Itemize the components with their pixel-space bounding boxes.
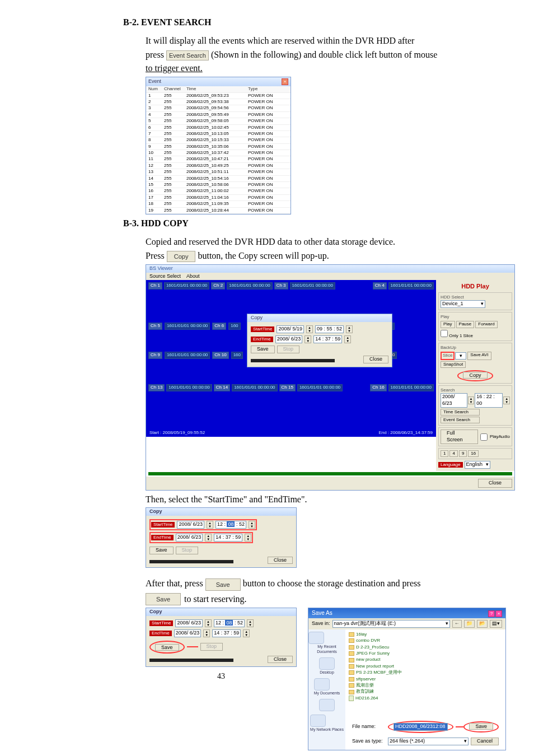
bs-progress-track[interactable]: [148, 472, 512, 475]
folder-list[interactable]: 16laycombo DVRD 2-23_ProSecuJPEG For Sun…: [349, 632, 502, 701]
folder-item[interactable]: JPEG For Sunny: [349, 651, 502, 656]
network-icon[interactable]: [310, 715, 326, 727]
c2-save-button[interactable]: Save: [149, 547, 174, 554]
copy-close-button[interactable]: Close: [363, 356, 388, 363]
place-recent[interactable]: My Recent Documents: [317, 645, 336, 654]
chip-ch15[interactable]: Ch 15: [279, 384, 296, 391]
snapshot-button[interactable]: SnapShot: [441, 361, 466, 368]
event-row[interactable]: 192552008/02/25_10:28:44POWER ON: [146, 208, 291, 214]
chip-ch13[interactable]: Ch 13: [148, 384, 165, 391]
bs-close-button[interactable]: Close: [478, 479, 512, 488]
spinner-icon[interactable]: ▲▼: [205, 619, 212, 627]
playaudio-checkbox[interactable]: [480, 433, 488, 441]
grid-1-button[interactable]: 1: [441, 450, 448, 457]
folder-item[interactable]: 教育訓練: [349, 689, 502, 694]
spinner-icon[interactable]: ▲▼: [306, 325, 313, 333]
menu-source-select[interactable]: Source Select: [149, 273, 181, 280]
slice-dropdown[interactable]: ▾: [455, 352, 466, 360]
spinner-icon[interactable]: ▲▼: [346, 325, 353, 333]
event-row[interactable]: 52552008/02/25_09:58:05POWER ON: [146, 118, 291, 124]
spinner-icon[interactable]: ▲▼: [207, 521, 213, 529]
event-row[interactable]: 102552008/02/25_10:37:42POWER ON: [146, 150, 291, 156]
back-icon[interactable]: ←: [452, 620, 462, 628]
event-search-button[interactable]: Event Search: [166, 50, 209, 60]
folder-item[interactable]: sftpserver: [349, 676, 502, 682]
event-row[interactable]: 92552008/02/25_10:35:06POWER ON: [146, 144, 291, 150]
event-row[interactable]: 12552008/02/25_09:53:23POWER ON: [146, 93, 291, 99]
recent-icon[interactable]: [308, 632, 324, 644]
c3-start-time[interactable]: 12 : 08 : 52: [214, 619, 245, 627]
search-date[interactable]: 2008/ 6/23: [441, 393, 467, 407]
folder-item[interactable]: New product report: [349, 664, 502, 669]
c3-end-date[interactable]: 2008/ 6/23: [174, 629, 202, 637]
folder-item[interactable]: PS 2-23 MCBF_使用中: [349, 670, 502, 675]
only1slice-checkbox[interactable]: [441, 330, 448, 337]
device-dropdown[interactable]: Device_1▾: [441, 300, 485, 308]
c2-stop-button[interactable]: Stop: [176, 547, 199, 554]
computer-icon[interactable]: [319, 699, 335, 711]
event-row[interactable]: 142552008/02/25_10:54:16POWER ON: [146, 176, 291, 182]
place-documents[interactable]: My Documents: [314, 691, 340, 695]
chip-ch3[interactable]: Ch 3: [274, 282, 288, 289]
c2-end-date[interactable]: 2008/ 6/23: [176, 534, 203, 542]
event-row[interactable]: 72552008/02/25_10:13:05POWER ON: [146, 131, 291, 137]
spinner-icon[interactable]: ▲▼: [503, 396, 510, 404]
views-icon[interactable]: ▤▾: [490, 620, 502, 628]
chip-ch4[interactable]: Ch 4: [373, 282, 387, 289]
chip-ch2[interactable]: Ch 2: [211, 282, 225, 289]
c2-start-date[interactable]: 2008/ 6/23: [177, 521, 204, 529]
spinner-icon[interactable]: ▲▼: [249, 521, 255, 529]
c3-close-button[interactable]: Close: [268, 656, 293, 664]
save-button-inline[interactable]: Save: [205, 578, 241, 591]
event-row[interactable]: 22552008/02/25_09:53:38POWER ON: [146, 99, 291, 105]
saveas-save-button[interactable]: Save: [469, 723, 493, 730]
folder-item[interactable]: 風潮音樂: [349, 683, 502, 688]
copy-save-button[interactable]: Save: [251, 346, 275, 353]
help-icon[interactable]: ?: [488, 610, 495, 617]
event-row[interactable]: 62552008/02/25_10:02:45POWER ON: [146, 125, 291, 131]
event-row[interactable]: 32552008/02/25_09:54:56POWER ON: [146, 105, 291, 111]
event-row[interactable]: 112552008/02/25_10:47:21POWER ON: [146, 156, 291, 162]
spinner-icon[interactable]: ▲▼: [203, 629, 210, 637]
folder-item[interactable]: D 2-23_ProSecu: [349, 645, 502, 650]
starttime-date[interactable]: 2008/ 5/19: [277, 325, 304, 333]
close-icon[interactable]: ×: [495, 610, 502, 617]
copy-stop-button[interactable]: Stop: [277, 346, 300, 353]
spinner-icon[interactable]: ▲▼: [468, 396, 475, 404]
chip-ch16[interactable]: Ch 16: [370, 384, 386, 391]
spinner-icon[interactable]: ▲▼: [205, 534, 212, 542]
forward-button[interactable]: Forward: [475, 321, 497, 328]
event-row[interactable]: 42552008/02/25_09:55:49POWER ON: [146, 112, 291, 118]
timesearch-button[interactable]: Time Search: [441, 409, 480, 416]
newfolder-icon[interactable]: 📂: [477, 620, 488, 628]
spinner-icon[interactable]: ▲▼: [247, 619, 254, 627]
place-network[interactable]: My Network Places: [310, 727, 344, 731]
c3-save-button[interactable]: Save: [155, 644, 179, 651]
copy-button-inline[interactable]: Copy: [167, 251, 196, 262]
folder-item[interactable]: combo DVR: [349, 638, 502, 643]
c3-start-date[interactable]: 2008/ 6/23: [175, 619, 203, 627]
grid-4-button[interactable]: 4: [449, 450, 457, 457]
c3-stop-button[interactable]: Stop: [200, 643, 223, 651]
event-row[interactable]: 182552008/02/25_11:09:35POWER ON: [146, 201, 291, 207]
chip-ch6[interactable]: Ch 6: [212, 323, 226, 329]
saveavi-button[interactable]: Save AVI: [467, 352, 491, 360]
grid-9-button[interactable]: 9: [459, 450, 467, 457]
event-row[interactable]: 162552008/02/25_11:00:02POWER ON: [146, 188, 291, 194]
saveas-cancel-button[interactable]: Cancel: [471, 738, 499, 745]
menu-about[interactable]: About: [186, 273, 200, 280]
side-copy-button[interactable]: Copy: [463, 372, 487, 379]
grid-16-button[interactable]: 16: [468, 450, 479, 457]
spinner-icon[interactable]: ▲▼: [305, 335, 311, 343]
documents-icon[interactable]: [314, 678, 330, 690]
close-icon[interactable]: ×: [282, 78, 288, 85]
c3-end-time[interactable]: 14 : 37 : 59: [212, 629, 241, 637]
chip-ch1[interactable]: Ch 1: [148, 282, 162, 289]
save-button-inline-2[interactable]: Save: [146, 593, 181, 605]
search-time[interactable]: 16 : 22 : 00: [475, 393, 503, 407]
place-desktop[interactable]: Desktop: [320, 670, 334, 674]
filename-field[interactable]: HDD2008_06/2312:08: [394, 723, 448, 731]
c2-close-button[interactable]: Close: [268, 557, 293, 564]
endtime-time[interactable]: 14 : 37 : 59: [313, 335, 342, 343]
folder-item[interactable]: HD216.264: [349, 696, 502, 701]
